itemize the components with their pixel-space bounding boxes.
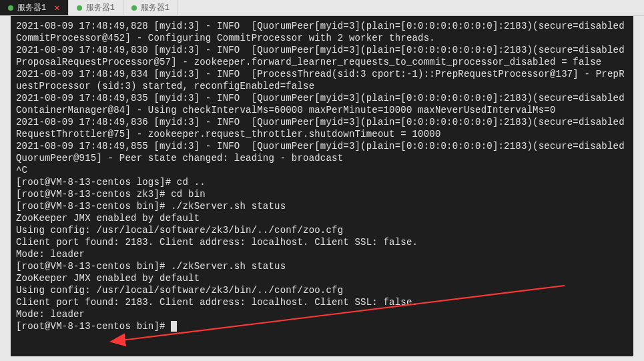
output-line: ZooKeeper JMX enabled by default xyxy=(16,213,200,224)
log-line: 2021-08-09 17:48:49,855 [myid:3] - INFO … xyxy=(16,141,625,151)
tab-label: 服务器1 xyxy=(141,2,170,13)
output-line: Client port found: 2183. Client address:… xyxy=(16,297,418,308)
log-line: ProposalRequestProcessor@57] - zookeeper… xyxy=(16,57,601,67)
tab-bar: 服务器1 ✕ 服务器1 服务器1 xyxy=(0,0,644,16)
log-line: ^C xyxy=(16,165,27,175)
output-line: Using config: /usr/local/software/zk3/bi… xyxy=(16,225,343,236)
log-line: RequestThrottler@75] - zookeeper.request… xyxy=(16,129,441,139)
log-line: ContainerManager@84] - Using checkInterv… xyxy=(16,105,556,115)
tab-server-3[interactable]: 服务器1 xyxy=(123,0,178,15)
output-line: Using config: /usr/local/software/zk3/bi… xyxy=(16,285,343,296)
log-line: CommitProcessor@452] - Configuring Commi… xyxy=(16,33,435,43)
status-dot-icon xyxy=(77,5,82,11)
prompt-line: [root@VM-8-13-centos bin]# xyxy=(16,321,171,332)
tab-server-2[interactable]: 服务器1 xyxy=(69,0,123,15)
tab-server-1[interactable]: 服务器1 ✕ xyxy=(0,0,69,15)
status-dot-icon xyxy=(131,5,137,11)
log-line: 2021-08-09 17:48:49,834 [myid:3] - INFO … xyxy=(16,69,625,79)
tab-label: 服务器1 xyxy=(86,2,115,13)
log-line: 2021-08-09 17:48:49,836 [myid:3] - INFO … xyxy=(16,117,625,127)
close-icon[interactable]: ✕ xyxy=(54,2,59,13)
log-line: 2021-08-09 17:48:49,835 [myid:3] - INFO … xyxy=(16,93,625,103)
prompt-line: [root@VM-8-13-centos bin]# ./zkServer.sh… xyxy=(16,201,286,212)
tab-label: 服务器1 xyxy=(17,2,46,13)
output-line: ZooKeeper JMX enabled by default xyxy=(16,273,200,284)
output-line: Mode: leader xyxy=(16,309,85,320)
log-line: 2021-08-09 17:48:49,828 [myid:3] - INFO … xyxy=(16,21,625,31)
terminal-output[interactable]: 2021-08-09 17:48:49,828 [myid:3] - INFO … xyxy=(11,16,633,336)
output-line: Mode: leader xyxy=(16,249,85,260)
prompt-line: [root@VM-8-13-centos logs]# cd .. xyxy=(16,177,206,188)
prompt-line: [root@VM-8-13-centos zk3]# cd bin xyxy=(16,189,206,200)
output-line: Client port found: 2183. Client address:… xyxy=(16,237,418,248)
status-dot-icon xyxy=(8,5,13,11)
terminal-container: 2021-08-09 17:48:49,828 [myid:3] - INFO … xyxy=(11,16,633,356)
log-line: uestProcessor (sid:3) started, reconfigE… xyxy=(16,81,314,91)
cursor-icon xyxy=(171,321,177,332)
log-line: QuorumPeer@915] - Peer state changed: le… xyxy=(16,153,343,163)
prompt-line: [root@VM-8-13-centos bin]# ./zkServer.sh… xyxy=(16,261,286,272)
log-line: 2021-08-09 17:48:49,830 [myid:3] - INFO … xyxy=(16,45,625,55)
